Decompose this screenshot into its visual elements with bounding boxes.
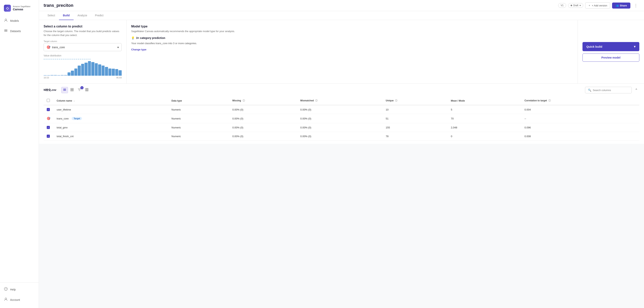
table-body: ✓user_lifetimeNumeric0.00% (0)0.00% (0)1… bbox=[44, 105, 639, 141]
chart-bar bbox=[95, 63, 98, 76]
dataset-section: N转化.csv 1 bbox=[39, 84, 644, 144]
model-category-badge: 💡 3+ category prediction bbox=[131, 36, 573, 39]
th-correlation: Correlation to target ⓘ bbox=[521, 96, 639, 105]
tab-predict[interactable]: Predict bbox=[91, 11, 108, 20]
col-data_type: Numeric bbox=[168, 132, 229, 141]
share-button[interactable]: 👥 Share bbox=[612, 2, 630, 8]
tab-analyze[interactable]: Analyze bbox=[74, 11, 91, 20]
row-checkbox-checked[interactable]: ✓ bbox=[47, 126, 50, 129]
more-options-button[interactable]: ⋮ bbox=[632, 2, 639, 8]
page-title: trans_preciton bbox=[44, 3, 74, 8]
build-actions-section: Quick build ▾ Preview model bbox=[578, 20, 644, 83]
quick-build-label: Quick build bbox=[586, 45, 602, 48]
target-badge: Target bbox=[72, 117, 82, 120]
target-column-dropdown[interactable]: 🎯 trans_core ▾ bbox=[44, 43, 122, 51]
add-version-button[interactable]: ＋ + Add version bbox=[585, 2, 610, 8]
table-row: ✓total_finish_cntNumeric0.00% (0)0.00% (… bbox=[44, 132, 639, 141]
preview-model-button[interactable]: Preview model bbox=[582, 53, 639, 62]
chart-bar bbox=[68, 72, 71, 76]
chart-bar bbox=[50, 75, 54, 76]
svg-text:?: ? bbox=[5, 288, 6, 291]
table-row: 🎯trans_coreTargetNumeric0.00% (0)0.00% (… bbox=[44, 114, 639, 123]
version-badge: V1 bbox=[558, 3, 566, 8]
col-name-cell: trans_coreTarget bbox=[54, 114, 168, 123]
chart-bar bbox=[102, 65, 105, 76]
sidebar-item-models[interactable]: Models bbox=[0, 15, 39, 26]
row-checkbox-checked[interactable]: ✓ bbox=[47, 108, 50, 111]
row-checkbox-checked[interactable]: ✓ bbox=[47, 135, 50, 138]
col-data_type: Numeric bbox=[168, 105, 229, 114]
chart-bar bbox=[84, 63, 88, 76]
content-area: Select a column to predict Choose the ta… bbox=[39, 20, 644, 308]
table-row: ✓total_gmvNumeric0.00% (0)0.00% (0)1552,… bbox=[44, 123, 639, 132]
top-section: Select a column to predict Choose the ta… bbox=[39, 20, 644, 84]
sidebar-item-help[interactable]: ? Help bbox=[0, 284, 39, 295]
models-icon bbox=[4, 18, 8, 23]
svg-rect-12 bbox=[71, 90, 72, 91]
chart-bar bbox=[71, 71, 74, 76]
search-icon: 🔍 bbox=[588, 88, 591, 92]
datasets-icon bbox=[4, 28, 8, 33]
grid-view-button[interactable] bbox=[69, 87, 75, 93]
tab-build[interactable]: Build bbox=[59, 11, 74, 20]
tab-select[interactable]: Select bbox=[44, 11, 59, 20]
sidebar-item-account[interactable]: Account bbox=[0, 295, 39, 305]
collapse-button[interactable]: ⌃ bbox=[633, 87, 639, 93]
logo: ◇ Amazon SageMaker Canvas bbox=[0, 3, 39, 15]
model-type-title: Model type bbox=[131, 25, 573, 28]
columns-button[interactable] bbox=[84, 87, 90, 93]
col-correlation: 0.004 bbox=[521, 105, 639, 114]
predict-column-section: Select a column to predict Choose the ta… bbox=[39, 20, 126, 83]
svg-point-0 bbox=[5, 19, 6, 20]
col-missing: 0.00% (0) bbox=[229, 105, 297, 114]
dropdown-chevron-icon: ▾ bbox=[118, 46, 119, 49]
unique-info-icon[interactable]: ⓘ bbox=[395, 99, 397, 102]
chart-bar bbox=[78, 65, 81, 76]
target-col-label: Target column bbox=[44, 40, 122, 42]
select-all-checkbox[interactable] bbox=[47, 99, 50, 102]
quick-build-button[interactable]: Quick build ▾ bbox=[582, 42, 639, 51]
help-icon: ? bbox=[4, 287, 8, 292]
list-view-button[interactable] bbox=[61, 87, 68, 93]
svg-rect-7 bbox=[63, 89, 66, 89]
correlation-info-icon[interactable]: ⓘ bbox=[548, 99, 551, 102]
chart-max: 95.83 bbox=[116, 76, 122, 79]
svg-rect-16 bbox=[88, 88, 88, 91]
svg-rect-15 bbox=[86, 88, 87, 91]
column-name-text: total_gmv bbox=[57, 126, 68, 129]
svg-rect-9 bbox=[63, 90, 66, 91]
add-version-icon: ＋ bbox=[588, 4, 591, 7]
sidebar-item-datasets[interactable]: Datasets bbox=[0, 26, 39, 36]
logo-appname: Canvas bbox=[13, 7, 30, 11]
quick-build-chevron-icon: ▾ bbox=[634, 45, 636, 48]
sidebar-item-account-label: Account bbox=[10, 298, 20, 302]
change-type-link[interactable]: Change type bbox=[131, 48, 146, 51]
chart-bar bbox=[105, 67, 108, 76]
draft-dropdown[interactable]: Draft ▾ bbox=[568, 3, 583, 8]
predict-desc: Choose the target column. The model that… bbox=[44, 29, 122, 37]
sidebar: ◇ Amazon SageMaker Canvas Models Dataset… bbox=[0, 0, 39, 308]
category-icon: 💡 bbox=[131, 36, 134, 39]
chart-xaxis: 16.53 95.83 bbox=[44, 76, 122, 79]
col-correlation: 0.008 bbox=[521, 132, 639, 141]
main-content: trans_preciton V1 Draft ▾ ＋ + Add versio… bbox=[39, 0, 644, 308]
col-missing: 0.00% (0) bbox=[229, 132, 297, 141]
missing-info-icon[interactable]: ⓘ bbox=[242, 99, 245, 102]
col-unique: 51 bbox=[382, 114, 448, 123]
svg-rect-1 bbox=[4, 29, 8, 30]
col-correlation: 0.096 bbox=[521, 123, 639, 132]
chart-label: Value distribution bbox=[44, 54, 122, 57]
col-unique: 10 bbox=[382, 105, 448, 114]
col-missing: 0.00% (0) bbox=[229, 123, 297, 132]
logo-provider: Amazon SageMaker bbox=[13, 5, 30, 7]
search-columns-input[interactable] bbox=[593, 89, 629, 92]
target-col-value: trans_core bbox=[52, 46, 65, 49]
chart-min: 16.53 bbox=[44, 76, 49, 79]
chart-bar bbox=[64, 75, 67, 76]
filter-count-badge: 1 bbox=[80, 86, 84, 89]
predict-title: Select a column to predict bbox=[44, 25, 122, 28]
chart-bar bbox=[91, 62, 94, 76]
chart-bar bbox=[98, 64, 101, 76]
target-col-indicator: 🎯 bbox=[47, 117, 50, 120]
mismatched-info-icon[interactable]: ⓘ bbox=[315, 99, 318, 102]
